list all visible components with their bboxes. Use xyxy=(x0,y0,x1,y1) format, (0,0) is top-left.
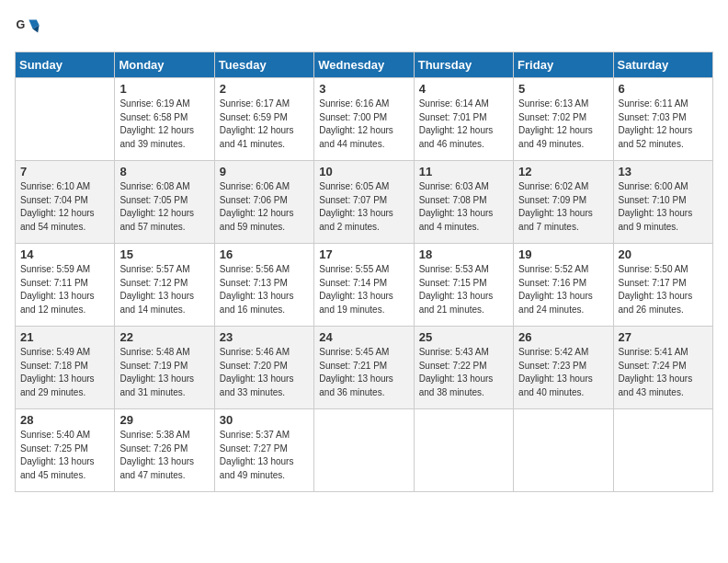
calendar-cell: 17Sunrise: 5:55 AM Sunset: 7:14 PM Dayli… xyxy=(314,244,414,327)
day-info: Sunrise: 6:17 AM Sunset: 6:59 PM Dayligh… xyxy=(220,98,309,151)
calendar-cell: 2Sunrise: 6:17 AM Sunset: 6:59 PM Daylig… xyxy=(214,78,313,161)
day-info: Sunrise: 6:00 AM Sunset: 7:10 PM Dayligh… xyxy=(619,180,708,234)
svg-text:G: G xyxy=(16,18,25,31)
day-number: 7 xyxy=(20,165,109,178)
col-header-monday: Monday xyxy=(115,52,214,78)
col-header-thursday: Thursday xyxy=(414,52,513,78)
calendar-cell: 11Sunrise: 6:03 AM Sunset: 7:08 PM Dayli… xyxy=(414,161,513,244)
day-info: Sunrise: 6:06 AM Sunset: 7:06 PM Dayligh… xyxy=(220,180,309,234)
calendar-table: SundayMondayTuesdayWednesdayThursdayFrid… xyxy=(15,52,713,492)
day-number: 26 xyxy=(518,330,608,344)
calendar-cell: 29Sunrise: 5:38 AM Sunset: 7:26 PM Dayli… xyxy=(115,409,214,492)
day-number: 27 xyxy=(619,330,708,344)
calendar-cell: 16Sunrise: 5:56 AM Sunset: 7:13 PM Dayli… xyxy=(214,244,313,327)
calendar-cell: 6Sunrise: 6:11 AM Sunset: 7:03 PM Daylig… xyxy=(613,78,712,161)
day-number: 10 xyxy=(319,165,408,178)
day-number: 15 xyxy=(119,247,209,261)
calendar-cell xyxy=(613,409,712,492)
day-info: Sunrise: 5:43 AM Sunset: 7:22 PM Dayligh… xyxy=(419,346,508,399)
day-info: Sunrise: 5:41 AM Sunset: 7:24 PM Dayligh… xyxy=(619,346,708,399)
day-number: 6 xyxy=(619,82,708,96)
day-number: 5 xyxy=(518,82,608,96)
calendar-cell: 3Sunrise: 6:16 AM Sunset: 7:00 PM Daylig… xyxy=(314,78,414,161)
calendar-week-row: 14Sunrise: 5:59 AM Sunset: 7:11 PM Dayli… xyxy=(16,244,713,327)
calendar-header-row: SundayMondayTuesdayWednesdayThursdayFrid… xyxy=(16,52,713,78)
col-header-sunday: Sunday xyxy=(16,52,115,78)
day-info: Sunrise: 6:19 AM Sunset: 6:58 PM Dayligh… xyxy=(119,98,209,151)
calendar-cell: 14Sunrise: 5:59 AM Sunset: 7:11 PM Dayli… xyxy=(16,244,115,327)
day-number: 19 xyxy=(518,247,608,261)
day-info: Sunrise: 6:05 AM Sunset: 7:07 PM Dayligh… xyxy=(319,180,408,234)
calendar-cell xyxy=(514,409,613,492)
logo: G xyxy=(15,15,44,40)
day-number: 11 xyxy=(419,165,508,178)
calendar-week-row: 1Sunrise: 6:19 AM Sunset: 6:58 PM Daylig… xyxy=(16,78,713,161)
day-number: 8 xyxy=(119,165,209,178)
day-number: 22 xyxy=(119,330,209,344)
col-header-saturday: Saturday xyxy=(613,52,712,78)
day-number: 3 xyxy=(319,82,408,96)
day-number: 25 xyxy=(419,330,508,344)
day-number: 23 xyxy=(220,330,309,344)
day-number: 16 xyxy=(220,247,309,261)
day-info: Sunrise: 6:14 AM Sunset: 7:01 PM Dayligh… xyxy=(419,98,508,151)
calendar-cell: 10Sunrise: 6:05 AM Sunset: 7:07 PM Dayli… xyxy=(314,161,414,244)
calendar-cell xyxy=(314,409,414,492)
day-info: Sunrise: 5:56 AM Sunset: 7:13 PM Dayligh… xyxy=(220,263,309,316)
day-number: 21 xyxy=(20,330,109,344)
day-info: Sunrise: 5:37 AM Sunset: 7:27 PM Dayligh… xyxy=(220,429,309,482)
page-header: G xyxy=(15,15,713,40)
calendar-body: 1Sunrise: 6:19 AM Sunset: 6:58 PM Daylig… xyxy=(16,78,713,492)
col-header-tuesday: Tuesday xyxy=(214,52,313,78)
calendar-cell xyxy=(16,78,115,161)
day-info: Sunrise: 5:46 AM Sunset: 7:20 PM Dayligh… xyxy=(220,346,309,399)
day-info: Sunrise: 5:52 AM Sunset: 7:16 PM Dayligh… xyxy=(518,263,608,316)
day-info: Sunrise: 5:45 AM Sunset: 7:21 PM Dayligh… xyxy=(319,346,408,399)
day-number: 28 xyxy=(20,413,109,427)
logo-icon: G xyxy=(15,15,40,40)
calendar-cell: 25Sunrise: 5:43 AM Sunset: 7:22 PM Dayli… xyxy=(414,327,513,409)
day-info: Sunrise: 5:50 AM Sunset: 7:17 PM Dayligh… xyxy=(619,263,708,316)
col-header-friday: Friday xyxy=(514,52,613,78)
calendar-week-row: 7Sunrise: 6:10 AM Sunset: 7:04 PM Daylig… xyxy=(16,161,713,244)
day-info: Sunrise: 5:42 AM Sunset: 7:23 PM Dayligh… xyxy=(518,346,608,399)
calendar-cell: 12Sunrise: 6:02 AM Sunset: 7:09 PM Dayli… xyxy=(514,161,613,244)
day-number: 14 xyxy=(20,247,109,261)
calendar-cell: 23Sunrise: 5:46 AM Sunset: 7:20 PM Dayli… xyxy=(214,327,313,409)
calendar-cell xyxy=(414,409,513,492)
day-number: 12 xyxy=(518,165,608,178)
calendar-cell: 4Sunrise: 6:14 AM Sunset: 7:01 PM Daylig… xyxy=(414,78,513,161)
day-number: 29 xyxy=(119,413,209,427)
day-info: Sunrise: 5:48 AM Sunset: 7:19 PM Dayligh… xyxy=(119,346,209,399)
day-info: Sunrise: 5:59 AM Sunset: 7:11 PM Dayligh… xyxy=(20,263,109,316)
day-info: Sunrise: 5:53 AM Sunset: 7:15 PM Dayligh… xyxy=(419,263,508,316)
calendar-week-row: 21Sunrise: 5:49 AM Sunset: 7:18 PM Dayli… xyxy=(16,327,713,409)
day-number: 24 xyxy=(319,330,408,344)
day-info: Sunrise: 5:55 AM Sunset: 7:14 PM Dayligh… xyxy=(319,263,408,316)
day-info: Sunrise: 6:08 AM Sunset: 7:05 PM Dayligh… xyxy=(119,180,209,234)
calendar-cell: 18Sunrise: 5:53 AM Sunset: 7:15 PM Dayli… xyxy=(414,244,513,327)
day-number: 2 xyxy=(220,82,309,96)
calendar-cell: 7Sunrise: 6:10 AM Sunset: 7:04 PM Daylig… xyxy=(16,161,115,244)
calendar-cell: 22Sunrise: 5:48 AM Sunset: 7:19 PM Dayli… xyxy=(115,327,214,409)
day-info: Sunrise: 6:13 AM Sunset: 7:02 PM Dayligh… xyxy=(518,98,608,151)
day-number: 4 xyxy=(419,82,508,96)
calendar-week-row: 28Sunrise: 5:40 AM Sunset: 7:25 PM Dayli… xyxy=(16,409,713,492)
calendar-cell: 28Sunrise: 5:40 AM Sunset: 7:25 PM Dayli… xyxy=(16,409,115,492)
calendar-cell: 24Sunrise: 5:45 AM Sunset: 7:21 PM Dayli… xyxy=(314,327,414,409)
day-info: Sunrise: 6:03 AM Sunset: 7:08 PM Dayligh… xyxy=(419,180,508,234)
day-number: 9 xyxy=(220,165,309,178)
day-info: Sunrise: 6:10 AM Sunset: 7:04 PM Dayligh… xyxy=(20,180,109,234)
calendar-cell: 8Sunrise: 6:08 AM Sunset: 7:05 PM Daylig… xyxy=(115,161,214,244)
day-number: 13 xyxy=(619,165,708,178)
day-info: Sunrise: 6:11 AM Sunset: 7:03 PM Dayligh… xyxy=(619,98,708,151)
calendar-cell: 1Sunrise: 6:19 AM Sunset: 6:58 PM Daylig… xyxy=(115,78,214,161)
day-number: 18 xyxy=(419,247,508,261)
calendar-cell: 9Sunrise: 6:06 AM Sunset: 7:06 PM Daylig… xyxy=(214,161,313,244)
calendar-cell: 30Sunrise: 5:37 AM Sunset: 7:27 PM Dayli… xyxy=(214,409,313,492)
calendar-cell: 26Sunrise: 5:42 AM Sunset: 7:23 PM Dayli… xyxy=(514,327,613,409)
calendar-cell: 5Sunrise: 6:13 AM Sunset: 7:02 PM Daylig… xyxy=(514,78,613,161)
calendar-cell: 27Sunrise: 5:41 AM Sunset: 7:24 PM Dayli… xyxy=(613,327,712,409)
calendar-cell: 13Sunrise: 6:00 AM Sunset: 7:10 PM Dayli… xyxy=(613,161,712,244)
calendar-cell: 15Sunrise: 5:57 AM Sunset: 7:12 PM Dayli… xyxy=(115,244,214,327)
